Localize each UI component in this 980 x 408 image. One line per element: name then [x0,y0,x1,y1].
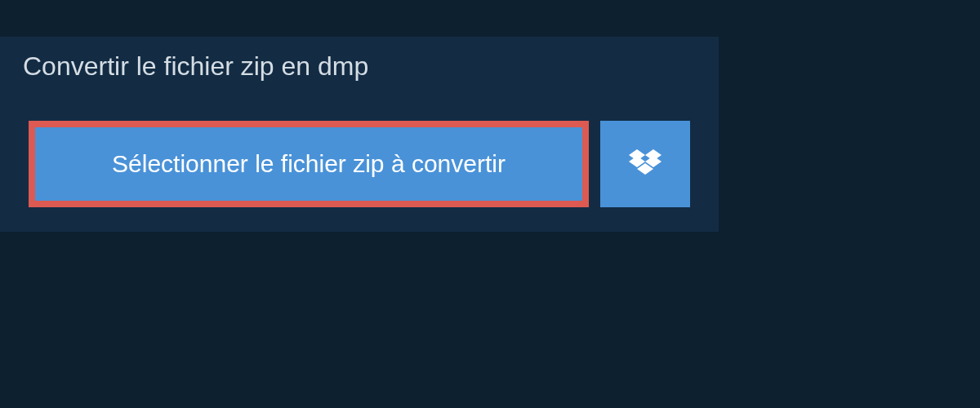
page-title: Convertir le fichier zip en dmp [0,37,391,96]
dropbox-icon [629,149,662,179]
dropbox-button[interactable] [600,121,690,207]
converter-panel: Convertir le fichier zip en dmp Sélectio… [0,37,719,232]
button-group: Sélectionner le fichier zip à convertir [0,96,719,207]
select-file-button[interactable]: Sélectionner le fichier zip à convertir [29,121,589,207]
select-file-label: Sélectionner le fichier zip à convertir [112,150,506,178]
